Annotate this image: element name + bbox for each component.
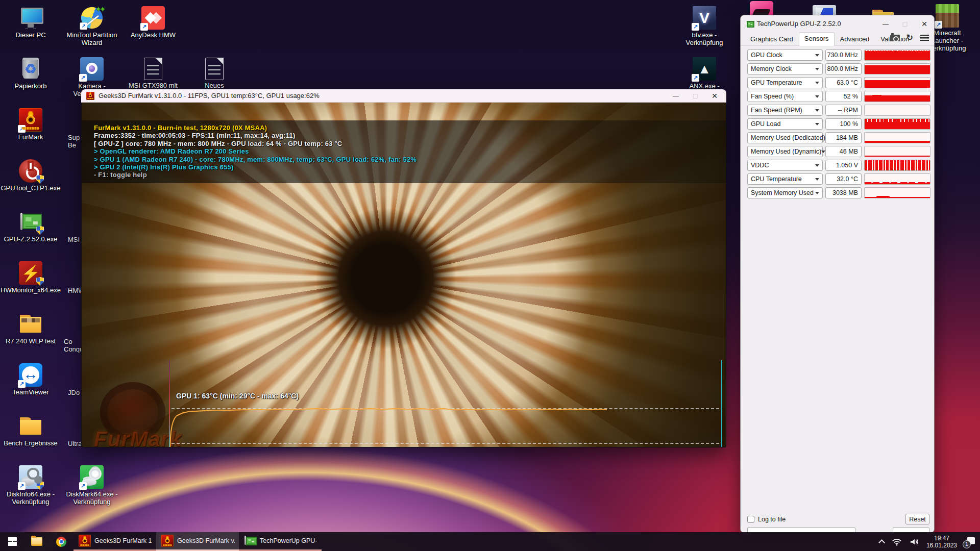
tray-date: 16.01.2023	[926, 542, 957, 549]
taskbar-button-furmark-1[interactable]: Geeks3D FurMark 1...	[74, 532, 156, 551]
speaker-icon[interactable]	[910, 538, 919, 546]
sensor-name-dropdown[interactable]: CPU Temperature	[747, 173, 823, 185]
desktop-icon-teamviewer[interactable]: TeamViewer	[3, 363, 59, 396]
desktop-icon-dieser-pc[interactable]: Dieser PC	[3, 6, 59, 39]
desktop-icon-diskinfo64[interactable]: DiskInfo64.exe - Verknüpfung	[3, 465, 59, 506]
desktop-icon-minitool[interactable]: MiniTool Partition Wizard	[64, 6, 120, 46]
taskbar-button-label: TechPowerUp GPU-...	[260, 537, 317, 544]
chevron-down-icon	[815, 178, 819, 183]
desktop-icon-r7-240-wlp-test[interactable]: R7 240 WLP test	[3, 312, 59, 345]
desktop-icon-papierkorb[interactable]: ♻Papierkorb	[3, 57, 59, 90]
sensor-graph	[864, 118, 930, 130]
minecraft-launcher-icon	[936, 4, 959, 28]
desktop-icon-bench-ergebnisse[interactable]: Bench Ergebnisse	[3, 414, 59, 447]
desktop-icon-furmark[interactable]: FurMark	[3, 108, 59, 141]
desktop-icon-diskmark64[interactable]: DiskMark64.exe - Verknüpfung	[64, 465, 120, 506]
furmark-hud-overlay: FurMark v1.31.0.0 - Burn-in test, 1280x7…	[82, 120, 726, 183]
taskbar-button-label: Geeks3D FurMark v...	[177, 537, 235, 544]
desktop-icon-label: Papierkorb	[15, 82, 47, 90]
furmark-watermark-logo	[100, 382, 165, 442]
sensor-row: GPU Load100 %	[747, 118, 930, 130]
sensor-value: 184 MB	[825, 132, 862, 143]
shortcut-arrow-badge	[692, 23, 699, 31]
sensor-graph	[864, 160, 930, 171]
sensor-graph	[864, 105, 930, 116]
tab-advanced[interactable]: Advanced	[835, 33, 875, 45]
sensor-name-dropdown[interactable]: GPU Temperature	[747, 77, 823, 88]
sensor-name-label: GPU Load	[751, 120, 780, 128]
sensor-name-label: Memory Used (Dynamic)	[751, 148, 821, 155]
desktop-icon-label-partial: Sup Be	[68, 134, 80, 149]
desktop-icon-gpuz-exe[interactable]: GPU-Z.2.52.0.exe	[3, 210, 59, 243]
refresh-icon[interactable]: ↻	[906, 34, 913, 41]
close-button[interactable]	[705, 89, 724, 102]
papierkorb-glyph: ♻	[19, 57, 42, 81]
furmark-titlebar[interactable]: Geeks3D FurMark v1.31.0.0 - 11FPS, GPU1 …	[81, 89, 726, 103]
tab-sensors[interactable]: Sensors	[799, 32, 835, 46]
maximize-button[interactable]	[685, 89, 705, 102]
hidden-icons-chevron[interactable]	[878, 539, 885, 546]
minimize-button[interactable]	[876, 15, 895, 32]
sensor-name-dropdown[interactable]: Memory Used (Dynamic)	[747, 146, 823, 157]
notification-center-icon[interactable]: 1	[965, 537, 975, 546]
reset-button[interactable]: Reset	[905, 514, 929, 524]
chevron-down-icon	[815, 123, 819, 128]
file-explorer-button[interactable]	[24, 532, 49, 551]
bench-ergebnisse-icon	[19, 414, 42, 438]
log-to-file-checkbox[interactable]	[747, 516, 754, 523]
gpuz-tab-bar: Graphics CardSensorsAdvancedValidation ↻	[741, 32, 934, 46]
sensor-name-dropdown[interactable]: GPU Clock	[747, 49, 823, 61]
desktop-icon-label: GPU-Z.2.52.0.exe	[4, 235, 58, 243]
uac-shield-badge	[36, 175, 44, 184]
tray-time: 19:47	[926, 535, 957, 542]
anydesk-hmw-icon	[141, 6, 165, 30]
chevron-down-icon	[815, 192, 819, 196]
furmark-hud-line: [ GPU-Z ] core: 780 MHz - mem: 800 MHz -…	[94, 140, 726, 147]
desktop-icon-label-partial: JDo	[68, 389, 80, 396]
sensor-name-dropdown[interactable]: Fan Speed (%)	[747, 91, 823, 102]
sensor-name-label: CPU Temperature	[751, 176, 802, 183]
sensor-name-dropdown[interactable]: GPU Load	[747, 118, 823, 130]
sensor-graph	[864, 91, 930, 102]
desktop-icon-neues[interactable]: Neues	[186, 57, 242, 89]
sensor-name-dropdown[interactable]: VDDC	[747, 160, 823, 171]
log-to-file-label: Log to file	[758, 516, 786, 523]
taskbar-button-label: Geeks3D FurMark 1...	[94, 537, 152, 544]
wifi-icon[interactable]	[892, 538, 902, 546]
uac-shield-badge	[36, 226, 44, 235]
taskbar-button-furmark-2[interactable]: Geeks3D FurMark v...	[156, 532, 239, 551]
shortcut-arrow-badge	[692, 74, 699, 82]
desktop-icon-anydesk-hmw[interactable]: AnyDesk HMW	[125, 6, 181, 39]
tab-graphics-card[interactable]: Graphics Card	[745, 33, 799, 45]
chrome-button[interactable]	[49, 532, 74, 551]
sensor-name-dropdown[interactable]: Memory Used (Dedicated)	[747, 132, 823, 143]
taskbar: Geeks3D FurMark 1...Geeks3D FurMark v...…	[0, 532, 980, 551]
desktop-icon-bfv[interactable]: Vbfv.exe - Verknüpfung	[676, 6, 732, 46]
screenshot-camera-icon[interactable]	[890, 35, 900, 41]
maximize-button[interactable]	[895, 15, 915, 32]
sensor-row: Fan Speed (RPM)-- RPM	[747, 105, 930, 116]
sensor-name-dropdown[interactable]: Fan Speed (RPM)	[747, 105, 823, 116]
temperature-curve	[169, 360, 722, 447]
sensor-name-dropdown[interactable]: Memory Clock	[747, 63, 823, 74]
close-button[interactable]	[915, 15, 934, 32]
sensor-value: 46 MB	[825, 146, 862, 157]
furmark-hud-line: > GPU 1 (AMD Radeon R7 240) - core: 780M…	[94, 156, 726, 163]
desktop-icon-label: MiniTool Partition Wizard	[64, 31, 120, 46]
desktop-icon-label: AnyDesk HMW	[131, 31, 176, 39]
taskbar-button-gpuz[interactable]: TechPowerUp GPU-...	[239, 532, 322, 551]
gpuz-app-icon	[745, 20, 753, 28]
sensor-name-dropdown[interactable]: System Memory Used	[747, 187, 823, 198]
menu-hamburger-icon[interactable]	[920, 35, 929, 41]
bfv-icon: V	[693, 6, 716, 30]
desktop-icon-gputool[interactable]: GPUTool_CTP1.exe	[3, 159, 59, 192]
gpuz-footer: Log to file Reset	[747, 514, 929, 525]
desktop-icon-hwmonitor[interactable]: ⚡HWMonitor_x64.exe	[3, 261, 59, 294]
start-button[interactable]	[0, 532, 24, 551]
clock[interactable]: 19:47 16.01.2023	[926, 535, 957, 549]
gpu-temp-graph-label: GPU 1: 63°C (min: 29°C - max: 64°C)	[176, 392, 299, 400]
furmark-hud-line: > OpenGL renderer: AMD Radeon R7 200 Ser…	[94, 147, 726, 155]
minimize-button[interactable]	[666, 89, 685, 102]
gpuz-titlebar[interactable]: TechPowerUp GPU-Z 2.52.0	[741, 15, 934, 32]
gpuz-window-title: TechPowerUp GPU-Z 2.52.0	[757, 20, 841, 28]
